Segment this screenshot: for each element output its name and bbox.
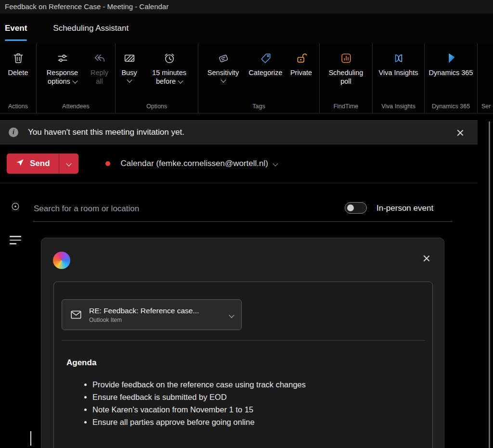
list-item: Note Karen's vacation from November 1 to… xyxy=(92,403,306,416)
tab-scheduling-assistant[interactable]: Scheduling Assistant xyxy=(48,13,133,43)
ribbon: Delete Actions Response options Reply xyxy=(0,43,493,114)
from-account-selector[interactable]: Calendar (femke.cornelissen@wortell.nl) xyxy=(121,159,277,168)
ribbon-group-dynamics-365: Dynamics 365 Dynamics 365 xyxy=(425,43,478,113)
location-row: In-person event xyxy=(0,192,478,224)
chevron-down-icon xyxy=(72,78,78,83)
section-divider xyxy=(0,183,478,183)
list-item: Ensure all parties approve before going … xyxy=(92,416,306,428)
calendar-status-dot xyxy=(105,161,110,166)
ribbon-group-actions: Delete Actions xyxy=(0,43,37,113)
copilot-divider xyxy=(62,340,425,341)
ribbon-group-label: Ser xyxy=(478,103,493,110)
close-icon[interactable] xyxy=(456,129,464,137)
copilot-icon xyxy=(53,252,70,269)
tag-icon xyxy=(259,48,272,68)
chevron-down-icon xyxy=(221,77,226,82)
ribbon-group-label: Tags xyxy=(198,103,319,110)
tab-event[interactable]: Event xyxy=(0,13,32,43)
close-icon[interactable] xyxy=(423,255,430,262)
location-input-underline xyxy=(33,221,453,222)
notice-text: You haven't sent this meeting invitation… xyxy=(28,128,184,137)
alarm-icon xyxy=(163,48,176,68)
ribbon-group-viva-insights: Viva Insights Viva Insights xyxy=(373,43,425,113)
trash-icon xyxy=(12,48,25,68)
ribbon-group-label: Actions xyxy=(0,103,36,110)
ribbon-group-options: Busy 15 minutes before Options xyxy=(116,43,198,113)
attachment-chip[interactable]: RE: Feedback: Reference case... Outlook … xyxy=(62,299,242,330)
delete-button[interactable]: Delete xyxy=(3,48,34,77)
ribbon-group-tags: Sensitivity Categorize Private Tags xyxy=(198,43,320,113)
categorize-button[interactable]: Categorize xyxy=(245,48,287,77)
viva-insights-icon xyxy=(392,48,405,68)
send-split-button[interactable]: Send xyxy=(7,154,78,174)
window-title: Feedback on Reference Case - Meeting - C… xyxy=(0,0,493,13)
copilot-draft-area[interactable]: RE: Feedback: Reference case... Outlook … xyxy=(53,282,433,448)
lock-icon xyxy=(295,48,308,68)
list-item: Ensure feedback is submitted by EOD xyxy=(92,391,306,403)
info-icon xyxy=(9,128,18,137)
dynamics-365-icon xyxy=(444,48,458,68)
dynamics-365-button[interactable]: Dynamics 365 xyxy=(428,48,474,77)
scrollbar[interactable] xyxy=(489,121,490,448)
chevron-down-icon[interactable] xyxy=(230,310,234,319)
copilot-card: RE: Feedback: Reference case... Outlook … xyxy=(41,238,444,448)
busy-icon xyxy=(123,48,136,68)
mail-icon xyxy=(70,308,82,321)
scheduling-poll-button[interactable]: Scheduling poll xyxy=(323,48,369,86)
reply-all-button: Reply all xyxy=(87,48,113,86)
ribbon-group-label: Options xyxy=(116,103,198,110)
text-cursor xyxy=(30,431,31,446)
toggle-knob xyxy=(347,205,354,211)
reminder-button[interactable]: 15 minutes before xyxy=(143,48,196,86)
chevron-down-icon xyxy=(66,161,71,166)
send-button[interactable]: Send xyxy=(7,154,59,174)
sensitivity-icon xyxy=(217,48,230,68)
agenda-list: Provide feedback on the reference case u… xyxy=(79,378,306,428)
busy-status-button[interactable]: Busy xyxy=(117,48,142,82)
response-options-button[interactable]: Response options xyxy=(39,48,86,86)
ribbon-group-label: FindTime xyxy=(320,103,372,110)
private-button[interactable]: Private xyxy=(288,48,315,77)
ribbon-tabs: Event Scheduling Assistant xyxy=(0,13,493,43)
reply-all-icon xyxy=(93,48,106,68)
in-person-event-toggle[interactable] xyxy=(345,202,367,214)
ribbon-group-findtime: Scheduling poll FindTime xyxy=(320,43,373,113)
agenda-lines-icon xyxy=(10,236,21,247)
unsent-invitation-notice: You haven't sent this meeting invitation… xyxy=(0,120,478,144)
sliders-icon xyxy=(56,48,69,68)
scheduling-poll-icon xyxy=(339,48,353,68)
location-search-input[interactable] xyxy=(33,201,285,217)
chevron-down-icon xyxy=(127,77,132,82)
chevron-down-icon xyxy=(272,161,278,166)
in-person-event-label: In-person event xyxy=(376,204,433,213)
ribbon-group-attendees: Response options Reply all Attendees xyxy=(37,43,116,113)
sensitivity-button[interactable]: Sensitivity xyxy=(203,48,244,82)
list-item: Provide feedback on the reference case u… xyxy=(92,378,306,391)
send-dropdown-button[interactable] xyxy=(59,154,78,174)
chevron-down-icon xyxy=(178,78,183,83)
attachment-subtitle: Outlook Item xyxy=(89,317,226,323)
agenda-heading: Agenda xyxy=(66,358,96,368)
ribbon-group-label: Dynamics 365 xyxy=(425,103,477,110)
send-row: Send Calendar (femke.cornelissen@wortell… xyxy=(0,144,478,183)
send-plane-icon xyxy=(15,158,25,169)
attachment-title: RE: Feedback: Reference case... xyxy=(89,307,226,315)
ribbon-group-truncated: Ser xyxy=(478,43,493,113)
location-icon xyxy=(10,201,21,214)
viva-insights-button[interactable]: Viva Insights xyxy=(376,48,421,77)
ribbon-group-label: Attendees xyxy=(37,103,115,110)
ribbon-group-label: Viva Insights xyxy=(373,103,424,110)
meeting-compose-window: Feedback on Reference Case - Meeting - C… xyxy=(0,0,493,448)
